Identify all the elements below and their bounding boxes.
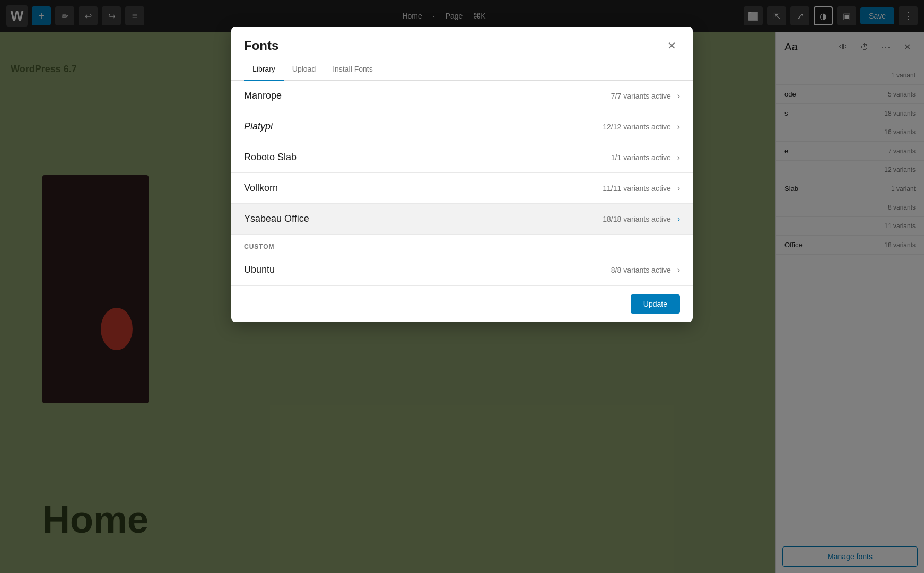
font-variants: 8/8 variants active — [611, 266, 671, 274]
font-row-name: Ysabeau Office — [244, 213, 309, 224]
font-variants: 12/12 variants active — [603, 123, 670, 131]
tab-install-fonts[interactable]: Install Fonts — [324, 60, 381, 81]
font-row-right: 11/11 variants active › — [603, 184, 680, 193]
font-row-platypi[interactable]: Platypi 12/12 variants active › — [231, 111, 693, 142]
tab-library[interactable]: Library — [244, 60, 284, 81]
font-row-right: 12/12 variants active › — [603, 122, 680, 132]
modal-body: Manrope 7/7 variants active › Platypi 12… — [231, 81, 693, 285]
update-button[interactable]: Update — [631, 294, 680, 314]
chevron-right-icon: › — [677, 265, 680, 275]
modal-footer: Update — [231, 285, 693, 322]
font-variants: 1/1 variants active — [611, 153, 671, 162]
font-row-name: Manrope — [244, 90, 282, 101]
modal-tabs: Library Upload Install Fonts — [231, 54, 693, 81]
fonts-modal: Fonts ✕ Library Upload Install Fonts Man… — [231, 27, 693, 322]
font-row-right: 1/1 variants active › — [611, 153, 680, 162]
tab-upload[interactable]: Upload — [284, 60, 324, 81]
chevron-right-icon: › — [677, 153, 680, 162]
font-row-ubuntu[interactable]: Ubuntu 8/8 variants active › — [231, 255, 693, 285]
chevron-right-icon: › — [677, 91, 680, 101]
font-row-name: Vollkorn — [244, 183, 278, 194]
custom-section-label: CUSTOM — [231, 235, 693, 255]
modal-overlay: Fonts ✕ Library Upload Install Fonts Man… — [0, 0, 924, 573]
chevron-right-icon: › — [677, 122, 680, 132]
chevron-right-icon: › — [677, 214, 680, 224]
font-row-vollkorn[interactable]: Vollkorn 11/11 variants active › — [231, 173, 693, 204]
font-row-right: 7/7 variants active › — [611, 91, 680, 101]
chevron-right-icon: › — [677, 184, 680, 193]
font-row-right: 8/8 variants active › — [611, 265, 680, 275]
font-row-right: 18/18 variants active › — [603, 214, 680, 224]
font-variants: 7/7 variants active — [611, 92, 671, 100]
font-variants: 11/11 variants active — [603, 184, 670, 193]
font-row-roboto-slab[interactable]: Roboto Slab 1/1 variants active › — [231, 142, 693, 173]
modal-header: Fonts ✕ — [231, 27, 693, 54]
font-row-manrope[interactable]: Manrope 7/7 variants active › — [231, 81, 693, 111]
font-row-name: Roboto Slab — [244, 152, 297, 163]
font-row-ysabeau-office[interactable]: Ysabeau Office 18/18 variants active › — [231, 204, 693, 235]
modal-close-icon: ✕ — [667, 39, 676, 52]
modal-title: Fonts — [244, 38, 278, 53]
font-row-name: Platypi — [244, 121, 273, 132]
font-variants: 18/18 variants active — [603, 215, 670, 223]
modal-close-button[interactable]: ✕ — [663, 37, 680, 54]
font-row-name: Ubuntu — [244, 264, 275, 275]
